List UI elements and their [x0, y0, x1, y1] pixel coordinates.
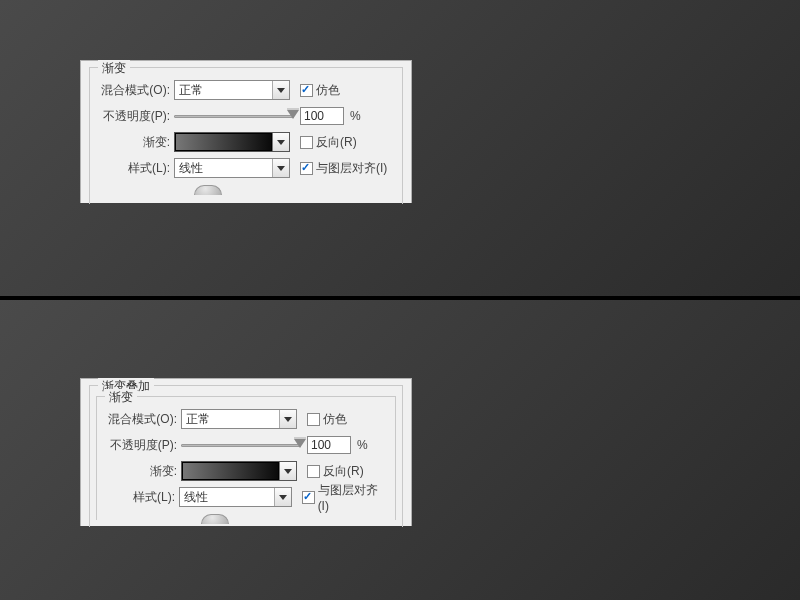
chevron-down-icon: [284, 469, 292, 474]
dither-label: 仿色: [316, 82, 340, 99]
gradient-label: 渐变:: [98, 134, 174, 151]
gradient-fieldset: 渐变 混合模式(O): 正常 仿色 不透明度(P): 100 % 渐变:: [89, 67, 403, 204]
style-label: 样式(L):: [98, 160, 174, 177]
style-combo[interactable]: 线性: [174, 158, 290, 178]
style-value: 线性: [180, 489, 274, 506]
opacity-slider[interactable]: [174, 107, 294, 125]
cutoff-row: [105, 511, 387, 527]
gradient-preview: [182, 462, 279, 480]
dither-checkbox[interactable]: [300, 84, 313, 97]
opacity-slider-track: [174, 115, 294, 118]
opacity-input[interactable]: 100: [300, 107, 344, 125]
opacity-row: 不透明度(P): 100 %: [105, 433, 387, 457]
style-row: 样式(L): 线性 与图层对齐(I): [105, 485, 387, 509]
chevron-down-icon: [277, 166, 285, 171]
gradient-inner-fieldset: 渐变 混合模式(O): 正常 仿色 不透明度(P): 100 %: [96, 396, 396, 520]
chevron-down-icon: [284, 417, 292, 422]
style-value: 线性: [175, 160, 272, 177]
blend-mode-row: 混合模式(O): 正常 仿色: [98, 78, 394, 102]
gradient-swatch[interactable]: [181, 461, 297, 481]
gradient-inner-legend: 渐变: [105, 389, 137, 406]
angle-dial-icon[interactable]: [201, 514, 229, 524]
horizontal-divider: [0, 296, 800, 300]
chevron-down-icon: [277, 88, 285, 93]
reverse-label: 反向(R): [323, 463, 364, 480]
blend-mode-dropdown-button[interactable]: [272, 81, 289, 99]
opacity-unit: %: [350, 109, 361, 123]
blend-mode-combo[interactable]: 正常: [181, 409, 297, 429]
gradient-row: 渐变: 反向(R): [105, 459, 387, 483]
gradient-legend: 渐变: [98, 60, 130, 77]
align-checkbox[interactable]: [300, 162, 313, 175]
blend-mode-value: 正常: [175, 82, 272, 99]
opacity-unit: %: [357, 438, 368, 452]
gradient-panel-top: 渐变 混合模式(O): 正常 仿色 不透明度(P): 100 % 渐变:: [80, 60, 412, 203]
angle-dial-icon[interactable]: [194, 185, 222, 195]
opacity-slider[interactable]: [181, 436, 301, 454]
blend-mode-label: 混合模式(O):: [98, 82, 174, 99]
reverse-checkbox[interactable]: [307, 465, 320, 478]
opacity-slider-thumb[interactable]: [294, 439, 306, 448]
dither-checkbox[interactable]: [307, 413, 320, 426]
gradient-swatch[interactable]: [174, 132, 290, 152]
style-dropdown-button[interactable]: [274, 488, 291, 506]
gradient-overlay-panel-bottom: 渐变叠加 渐变 混合模式(O): 正常 仿色 不透明度(P): 100 %: [80, 378, 412, 526]
dither-label: 仿色: [323, 411, 347, 428]
style-row: 样式(L): 线性 与图层对齐(I): [98, 156, 394, 180]
style-dropdown-button[interactable]: [272, 159, 289, 177]
opacity-label: 不透明度(P):: [105, 437, 181, 454]
align-label: 与图层对齐(I): [316, 160, 387, 177]
opacity-slider-track: [181, 444, 301, 447]
align-label: 与图层对齐(I): [318, 482, 387, 513]
blend-mode-label: 混合模式(O):: [105, 411, 181, 428]
style-label: 样式(L):: [105, 489, 179, 506]
opacity-input[interactable]: 100: [307, 436, 351, 454]
gradient-dropdown-button[interactable]: [279, 462, 296, 480]
gradient-overlay-fieldset: 渐变叠加 渐变 混合模式(O): 正常 仿色 不透明度(P): 100 %: [89, 385, 403, 527]
blend-mode-row: 混合模式(O): 正常 仿色: [105, 407, 387, 431]
reverse-label: 反向(R): [316, 134, 357, 151]
chevron-down-icon: [277, 140, 285, 145]
blend-mode-combo[interactable]: 正常: [174, 80, 290, 100]
reverse-checkbox[interactable]: [300, 136, 313, 149]
align-checkbox[interactable]: [302, 491, 315, 504]
style-combo[interactable]: 线性: [179, 487, 292, 507]
opacity-slider-thumb[interactable]: [287, 110, 299, 119]
blend-mode-dropdown-button[interactable]: [279, 410, 296, 428]
chevron-down-icon: [279, 495, 287, 500]
opacity-label: 不透明度(P):: [98, 108, 174, 125]
gradient-dropdown-button[interactable]: [272, 133, 289, 151]
opacity-row: 不透明度(P): 100 %: [98, 104, 394, 128]
gradient-preview: [175, 133, 272, 151]
cutoff-row: [98, 182, 394, 198]
gradient-label: 渐变:: [105, 463, 181, 480]
blend-mode-value: 正常: [182, 411, 279, 428]
gradient-row: 渐变: 反向(R): [98, 130, 394, 154]
